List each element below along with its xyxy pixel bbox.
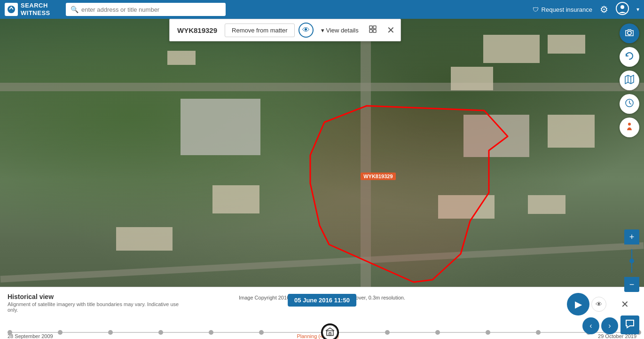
svg-rect-15 (329, 333, 331, 336)
refresh-icon (625, 51, 634, 63)
timeline-dot-1[interactable] (58, 330, 63, 335)
zoom-in-button[interactable]: + (624, 229, 639, 244)
logo-icon (5, 3, 18, 16)
visibility-play-button[interactable]: 👁 (591, 297, 606, 312)
svg-marker-9 (625, 75, 634, 84)
insurance-icon: 🛡 (533, 6, 539, 13)
svg-point-2 (620, 5, 624, 9)
close-panel-button[interactable]: ✕ (385, 23, 397, 38)
nav-controls: ‹ › (582, 317, 618, 334)
search-container[interactable]: 🔍 (66, 3, 226, 16)
search-input[interactable] (81, 6, 221, 13)
topbar: SEARCH WITNESS 🔍 🛡 Request insurance ⚙ ▾ (0, 0, 644, 19)
map-icon (625, 75, 634, 87)
profile-dropdown-icon[interactable]: ▾ (636, 6, 639, 13)
timeline-dot-active[interactable] (322, 324, 338, 339)
play-button[interactable]: ▶ (567, 293, 589, 315)
logo-area: SEARCH WITNESS (0, 2, 66, 16)
right-toolbar (620, 24, 639, 137)
date-badge: 05 June 2016 11:50 (288, 294, 356, 307)
eye-icon: 👁 (302, 26, 310, 34)
street-view-button[interactable] (620, 118, 639, 137)
building-large-2 (212, 185, 259, 213)
timeline-dot-6[interactable] (385, 330, 390, 335)
svg-rect-7 (373, 30, 376, 32)
timeline-dot-4[interactable] (209, 330, 213, 335)
timeline-start-label: 28 September 2009 (8, 333, 53, 339)
chevron-down-icon: ▾ (321, 27, 324, 34)
timeline-dot-3[interactable] (158, 330, 163, 335)
chat-button[interactable] (620, 315, 639, 334)
svg-point-13 (628, 123, 631, 126)
play-controls: ▶ 👁 (567, 293, 606, 315)
svg-rect-14 (327, 331, 333, 336)
nav-previous-button[interactable]: ‹ (582, 317, 599, 334)
historical-view-subtitle: Alignment of satellite imagery with titl… (8, 301, 186, 313)
zoom-out-button[interactable]: − (624, 277, 639, 292)
map-label-badge: WYK819329 (361, 173, 395, 180)
logo-text: SEARCH WITNESS (21, 2, 50, 16)
timeline-dot-0[interactable] (8, 330, 12, 335)
bottom-panel: Historical view Alignment of satellite i… (0, 287, 644, 339)
eye-small-icon: 👁 (596, 300, 602, 308)
nav-next-button[interactable]: › (601, 317, 618, 334)
svg-point-8 (628, 31, 631, 35)
zoom-slider-container (631, 247, 632, 275)
building-3 (451, 67, 493, 90)
remove-from-matter-button[interactable]: Remove from matter (225, 24, 294, 37)
clock-icon (625, 98, 634, 110)
svg-rect-5 (373, 26, 376, 29)
building-4 (463, 115, 529, 157)
topbar-right: 🛡 Request insurance ⚙ ▾ (533, 2, 644, 17)
property-panel: WYK819329 Remove from matter 👁 ▾ View de… (169, 19, 401, 41)
building-sm-1 (167, 51, 196, 65)
screenshot-button[interactable] (620, 24, 639, 43)
profile-icon[interactable] (616, 2, 629, 17)
road-horizontal (0, 83, 644, 91)
building-7 (528, 195, 565, 214)
camera-icon (624, 27, 635, 40)
property-title: WYK819329 (173, 26, 221, 34)
timeline-dot-5[interactable] (259, 330, 264, 335)
timeline-dot-7[interactable] (435, 330, 440, 335)
expand-icon[interactable] (366, 23, 379, 38)
building-5 (548, 115, 595, 148)
request-insurance-button[interactable]: 🛡 Request insurance (533, 6, 592, 13)
svg-rect-4 (369, 26, 372, 29)
search-icon: 🔍 (71, 6, 79, 13)
view-details-button[interactable]: ▾ View details (317, 24, 362, 37)
settings-icon[interactable]: ⚙ (600, 4, 608, 15)
building-large-3 (116, 227, 173, 251)
building-2 (548, 35, 585, 54)
history-button[interactable] (620, 94, 639, 114)
zoom-controls: + − (624, 229, 639, 292)
visibility-toggle-button[interactable]: 👁 (298, 23, 314, 38)
person-icon (625, 122, 634, 134)
refresh-button[interactable] (620, 47, 639, 67)
close-bottom-button[interactable]: ✕ (621, 299, 629, 310)
timeline-dot-9[interactable] (536, 330, 541, 335)
chat-icon (624, 318, 636, 332)
building-1 (483, 35, 540, 63)
timeline[interactable]: 28 September 2009 29 October 2019 Planni… (8, 326, 636, 339)
timeline-dot-8[interactable] (486, 330, 490, 335)
building-large-1 (181, 99, 260, 155)
timeline-dot-2[interactable] (108, 330, 113, 335)
map-key-button[interactable] (620, 71, 639, 90)
building-6 (438, 195, 495, 219)
svg-rect-6 (369, 30, 372, 32)
